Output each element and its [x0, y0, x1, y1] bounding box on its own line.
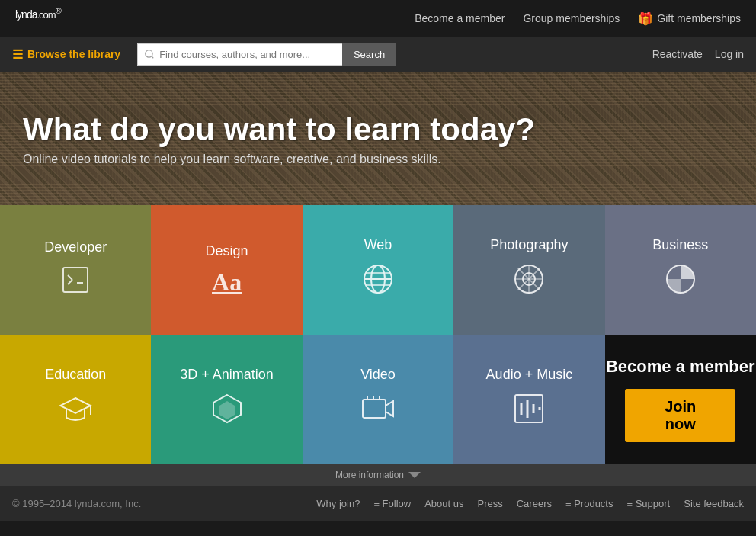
education-label: Education: [45, 367, 106, 383]
animation-label: 3D + Animation: [180, 367, 274, 383]
category-audio[interactable]: Audio + Music: [453, 335, 604, 464]
gift-icon: 🎁: [638, 11, 653, 26]
group-memberships-link[interactable]: Group memberships: [523, 12, 620, 24]
browse-label: Browse the library: [27, 48, 120, 60]
more-info-arrow: [408, 472, 421, 478]
category-photography[interactable]: Photography: [453, 205, 604, 335]
gift-memberships-link[interactable]: 🎁 Gift memberships: [638, 11, 741, 26]
reactivate-link[interactable]: Reactivate: [652, 48, 703, 60]
audio-icon: [512, 392, 546, 432]
search-input[interactable]: [137, 43, 342, 66]
svg-marker-15: [219, 401, 235, 419]
footer-site-feedback[interactable]: Site feedback: [684, 498, 744, 509]
svg-line-1: [68, 275, 72, 280]
design-icon: Aa: [212, 268, 242, 297]
search-bar: ☰ Browse the library Search Reactivate L…: [0, 37, 756, 72]
svg-marker-12: [60, 398, 91, 413]
top-navigation: lynda.com® Become a member Group members…: [0, 0, 756, 37]
footer-support[interactable]: ≡ Support: [626, 498, 670, 509]
logo-text: lynda.com®: [15, 8, 61, 21]
logo[interactable]: lynda.com®: [15, 6, 61, 30]
business-label: Business: [652, 237, 708, 253]
search-container: Search: [137, 43, 396, 66]
category-animation[interactable]: 3D + Animation: [151, 335, 302, 464]
footer-links: Why join? ≡ Follow About us Press Career…: [316, 498, 744, 509]
footer-why-join[interactable]: Why join?: [316, 498, 360, 509]
svg-rect-16: [363, 400, 386, 418]
category-video[interactable]: Video: [303, 335, 453, 464]
web-icon: [361, 262, 395, 303]
developer-icon: [60, 265, 91, 301]
design-label: Design: [206, 243, 248, 259]
category-education[interactable]: Education: [0, 335, 151, 464]
footer-products[interactable]: ≡ Products: [565, 498, 613, 509]
category-grid: Developer Design Aa Web Photograph: [0, 205, 756, 464]
join-cell: Become a member Join now: [605, 335, 756, 464]
footer-copyright: © 1995–2014 lynda.com, Inc.: [12, 498, 141, 509]
browse-library-button[interactable]: ☰ Browse the library: [12, 47, 120, 62]
photography-label: Photography: [490, 237, 568, 253]
more-info-strip[interactable]: More information: [0, 464, 756, 486]
auth-links: Reactivate Log in: [652, 48, 744, 60]
video-label: Video: [360, 367, 396, 383]
category-business[interactable]: Business: [605, 205, 756, 335]
education-icon: [59, 392, 92, 432]
join-now-button[interactable]: Join now: [625, 389, 735, 442]
svg-line-2: [68, 280, 72, 284]
category-developer[interactable]: Developer: [0, 205, 151, 335]
login-link[interactable]: Log in: [715, 48, 744, 60]
video-icon: [361, 392, 395, 432]
developer-label: Developer: [44, 239, 107, 255]
more-info-label: More information: [335, 470, 404, 480]
search-button[interactable]: Search: [342, 43, 396, 66]
hero-heading: What do you want to learn today?: [23, 111, 733, 148]
top-nav-links: Become a member Group memberships 🎁 Gift…: [415, 11, 741, 26]
business-icon: [664, 262, 697, 303]
category-design[interactable]: Design Aa: [151, 205, 302, 335]
footer-press[interactable]: Press: [478, 498, 503, 509]
footer: © 1995–2014 lynda.com, Inc. Why join? ≡ …: [0, 486, 756, 521]
animation-icon: [210, 392, 244, 432]
become-member-link[interactable]: Become a member: [415, 12, 505, 24]
become-member-heading: Become a member: [606, 357, 755, 377]
hero-section: What do you want to learn today? Online …: [0, 72, 756, 205]
category-web[interactable]: Web: [303, 205, 453, 335]
hamburger-icon: ☰: [12, 47, 23, 62]
web-label: Web: [364, 237, 392, 253]
hero-subtext: Online video tutorials to help you learn…: [23, 152, 733, 166]
footer-careers[interactable]: Careers: [517, 498, 552, 509]
gift-memberships-label: Gift memberships: [657, 12, 741, 24]
photography-icon: [512, 262, 546, 303]
footer-follow[interactable]: ≡ Follow: [373, 498, 411, 509]
svg-rect-0: [63, 268, 88, 292]
audio-label: Audio + Music: [486, 367, 573, 383]
footer-about-us[interactable]: About us: [424, 498, 463, 509]
